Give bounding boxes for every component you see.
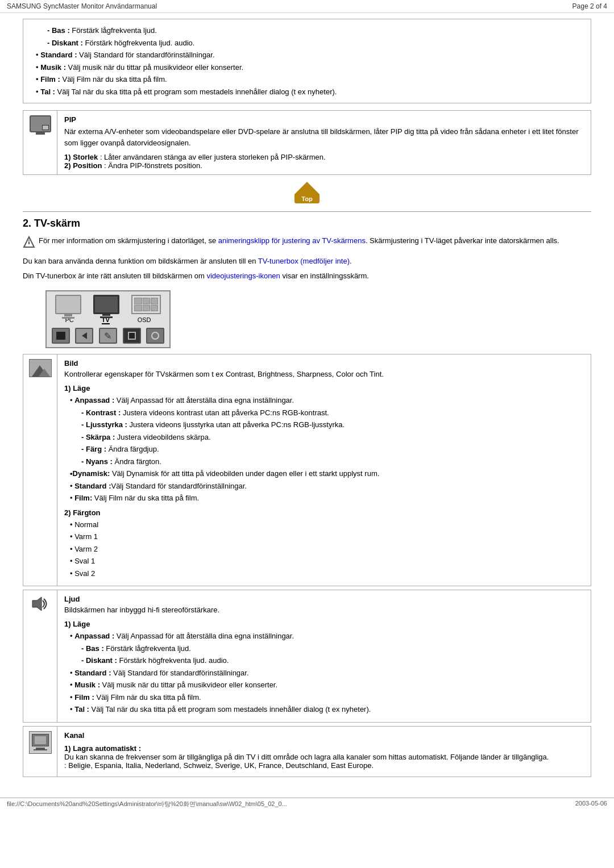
list-item: - Ljusstyrka : Justera videons ljusstyrk… bbox=[70, 419, 584, 431]
pip-item2: 2) Position : Ändra PIP-fönstrets positi… bbox=[64, 161, 584, 170]
svg-point-2 bbox=[28, 240, 30, 241]
info-text-after: . Skärmjustering i TV-läget påverkar int… bbox=[366, 236, 559, 245]
list-item: - Bas : Förstärk lågfrekventa ljud. bbox=[70, 643, 584, 654]
osd-monitor-tv-icon bbox=[93, 295, 119, 314]
pip-item2-text: : Ändra PIP-fönstrets position. bbox=[104, 161, 202, 170]
para1-text: Du kan bara använda denna funktion om bi… bbox=[23, 257, 258, 265]
para2-link[interactable]: videojusterings-ikonen bbox=[206, 272, 280, 280]
top-arrow-image[interactable]: Top bbox=[294, 182, 320, 203]
osd-button-3[interactable]: ✎ bbox=[99, 328, 117, 344]
bild-mode-title: 1) Läge bbox=[64, 384, 584, 393]
list-item: - Skärpa : Justera videobildens skärpa. bbox=[70, 432, 584, 443]
ljud-description: Bildskärmen har inbyggd hi-fi stereoförs… bbox=[64, 605, 584, 615]
osd-top-row bbox=[50, 295, 166, 314]
section2-para2: Din TV-tunerbox är inte rätt ansluten ti… bbox=[23, 270, 591, 282]
osd-tv-monitor bbox=[93, 295, 119, 314]
osd-button-4[interactable] bbox=[123, 328, 141, 344]
pip-title: PIP bbox=[64, 115, 584, 124]
list-item: - Kontrast : Justera videons kontrast ut… bbox=[70, 407, 584, 419]
list-item: • Film : Välj Film när du ska titta på f… bbox=[36, 74, 584, 85]
pip-section: PIP När externa A/V-enheter som videoban… bbox=[23, 110, 591, 175]
kanal-countries: : Beligie, Espania, Italia, Nederland, S… bbox=[64, 761, 374, 770]
info-text-before: För mer information om skärmjustering i … bbox=[39, 236, 218, 245]
pip-item1: 1) Storlek : Låter användaren stänga av … bbox=[64, 153, 584, 161]
section2-heading: 2. TV-skärm bbox=[23, 218, 591, 229]
header-pagenum: Page 2 of 4 bbox=[572, 2, 607, 10]
header-title: SAMSUNG SyncMaster Monitor Användarmanua… bbox=[7, 2, 157, 10]
item-text: Välj Standard för standardförinställning… bbox=[79, 51, 214, 59]
left-arrow-icon bbox=[82, 332, 87, 339]
para2-end: visar en inställningsskärm. bbox=[280, 272, 369, 280]
pip-item1-text: : Låter användaren stänga av eller juste… bbox=[100, 153, 326, 161]
list-item: • Anpassad : Välj Anpassad för att åters… bbox=[70, 395, 584, 406]
ljud-mode-list: • Anpassad : Välj Anpassad för att åters… bbox=[64, 631, 584, 715]
item-label: Film : bbox=[40, 75, 60, 84]
kanal-card: Kanal 1) Lagra automatiskt : Du kan skan… bbox=[23, 726, 591, 777]
pen-icon: ✎ bbox=[104, 331, 111, 341]
info-icon bbox=[23, 236, 35, 250]
list-item: - Färg : Ändra färgdjup. bbox=[70, 444, 584, 455]
bild-color-list: • Normal • Varm 1 • Varm 2 • Sval 1 • Sv… bbox=[64, 519, 584, 579]
kanal-auto-section: 1) Lagra automatiskt : Du kan skanna de … bbox=[64, 744, 584, 770]
pip-item2-label: 2) Position bbox=[64, 161, 102, 170]
kanal-auto-text: Du kan skanna de frekvenser som är tillg… bbox=[64, 753, 549, 761]
section-divider bbox=[23, 211, 591, 212]
top-arrow-container[interactable]: Top bbox=[23, 182, 591, 203]
info-link1[interactable]: animeringsklipp för justering av TV-skär… bbox=[218, 236, 366, 245]
list-item: • Musik : Välj musik när du tittar på mu… bbox=[36, 62, 584, 73]
para1-link[interactable]: TV-tunerbox (medföljer inte) bbox=[258, 257, 350, 265]
pip-small-box-icon bbox=[42, 125, 49, 130]
page-footer: file://C:\Documents%20and%20Settings\Adm… bbox=[0, 798, 614, 810]
kanal-auto-title: 1) Lagra automatiskt : bbox=[64, 744, 141, 753]
list-item: • Anpassad : Välj Anpassad för att åters… bbox=[70, 631, 584, 642]
item-text: Välj Film när du ska titta på film. bbox=[62, 75, 167, 84]
list-item: • Normal bbox=[70, 519, 584, 531]
ljud-mode-title: 1) Läge bbox=[64, 620, 584, 628]
list-item: • Standard : Välj Standard för standardf… bbox=[70, 667, 584, 679]
main-content: - Bas : Förstärk lågfrekventa ljud. - Di… bbox=[0, 13, 614, 786]
osd-monitor-pc-icon bbox=[55, 295, 81, 314]
list-item: • Tal : Välj Tal när du ska titta på ett… bbox=[36, 86, 584, 98]
item-label: Standard : bbox=[40, 51, 77, 59]
osd-container: PC TV OSD ✎ bbox=[45, 290, 171, 348]
kanal-title: Kanal bbox=[64, 731, 584, 740]
sound-items-list: - Bas : Förstärk lågfrekventa ljud. - Di… bbox=[30, 25, 584, 97]
item-label: - Diskant : bbox=[47, 39, 83, 47]
pip-description: När externa A/V-enheter som videobandspe… bbox=[64, 126, 584, 148]
ljud-mode-section: 1) Läge • Anpassad : Välj Anpassad för a… bbox=[64, 620, 584, 715]
list-item: - Diskant : Förstärk högfrekventa ljud. … bbox=[70, 655, 584, 666]
footer-date: 2003-05-06 bbox=[575, 800, 607, 808]
osd-label-osd: OSD bbox=[138, 316, 151, 324]
ljud-card: Ljud Bildskärmen har inbyggd hi-fi stere… bbox=[23, 590, 591, 723]
top-label: Top bbox=[301, 195, 312, 202]
bild-color-title: 2) Färgton bbox=[64, 508, 584, 517]
bild-card-header: Bild Kontrollerar egenskaper för TVskärm… bbox=[23, 354, 591, 586]
sound-settings-box: - Bas : Förstärk lågfrekventa ljud. - Di… bbox=[23, 19, 591, 103]
osd-button-1[interactable] bbox=[52, 328, 70, 344]
footer-path: file://C:\Documents%20and%20Settings\Adm… bbox=[7, 800, 287, 808]
osd-button-2[interactable] bbox=[75, 328, 93, 344]
ljud-card-header: Ljud Bildskärmen har inbyggd hi-fi stere… bbox=[23, 590, 591, 722]
ljud-icon bbox=[29, 595, 52, 613]
item-label: - Bas : bbox=[47, 26, 70, 35]
ljud-body: Ljud Bildskärmen har inbyggd hi-fi stere… bbox=[57, 590, 591, 722]
item-label: Tal : bbox=[40, 87, 55, 96]
pip-item1-label: 1) Storlek bbox=[64, 153, 98, 161]
list-item: • Musik : Välj musik när du tittar på mu… bbox=[70, 679, 584, 691]
bild-body: Bild Kontrollerar egenskaper för TVskärm… bbox=[57, 354, 591, 586]
bild-card: Bild Kontrollerar egenskaper för TVskärm… bbox=[23, 354, 591, 586]
item-label: Musik : bbox=[40, 63, 66, 72]
bild-icon bbox=[29, 359, 52, 377]
para1-end: . bbox=[350, 257, 352, 265]
list-item: • Film : Välj Film när du ska titta på f… bbox=[70, 692, 584, 703]
list-item: • Standard : Välj Standard för standardf… bbox=[36, 49, 584, 61]
osd-btn-icon-1 bbox=[56, 332, 65, 340]
kanal-icon-cell bbox=[23, 727, 57, 777]
square-icon bbox=[128, 332, 136, 340]
para2-start: Din TV-tunerbox är inte rätt ansluten ti… bbox=[23, 272, 206, 280]
list-item: • Varm 2 bbox=[70, 544, 584, 555]
bild-icon-cell bbox=[23, 354, 57, 586]
bild-mode-section: 1) Läge • Anpassad : Välj Anpassad för a… bbox=[64, 384, 584, 504]
pip-icon-cell bbox=[23, 111, 57, 174]
osd-button-5[interactable] bbox=[146, 328, 164, 344]
